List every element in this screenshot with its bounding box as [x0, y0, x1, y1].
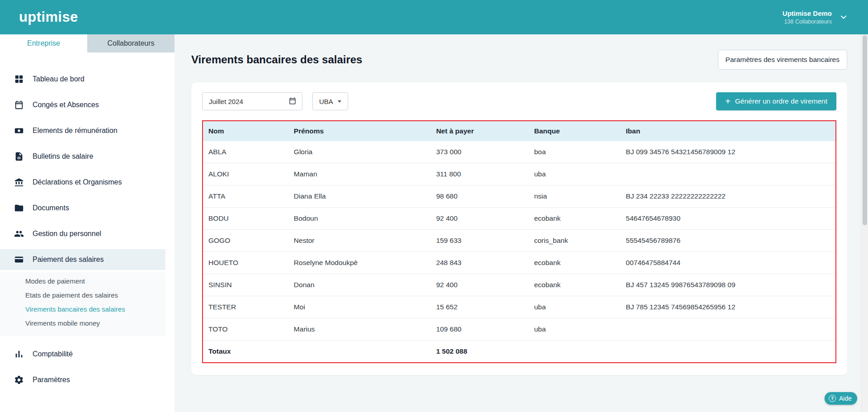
table-cell-banque: nsia: [528, 185, 620, 208]
account-menu[interactable]: Uptimise Demo 138 Collaborateurs: [783, 9, 848, 25]
table-cell-iban: BJ 234 22233 22222222222222: [620, 185, 835, 208]
topbar: uptimise Uptimise Demo 138 Collaborateur…: [0, 0, 868, 34]
question-circle-icon: ?: [829, 395, 836, 402]
folder-icon: [14, 203, 24, 213]
sidebar-item-label: Paramètres: [33, 376, 70, 384]
table-cell-banque: uba: [528, 296, 620, 318]
sidebar-item-comptabilite[interactable]: Comptabilité: [0, 344, 165, 365]
table-cell-net: 92 400: [431, 274, 529, 296]
payment-card-icon: [14, 254, 24, 265]
table-row: ABLAGloria373 000boaBJ 099 34576 5432145…: [203, 141, 835, 163]
app-body: Entreprise Collaborateurs Tableau de bor…: [0, 34, 868, 412]
table-cell-iban: [620, 318, 835, 341]
account-subtitle: 138 Collaborateurs: [783, 19, 832, 25]
sidebar-item-declarations-et-organismes[interactable]: Déclarations et Organismes: [0, 172, 165, 193]
table-cell-prenoms: Donan: [288, 274, 431, 296]
table-cell-iban: [620, 163, 835, 185]
chevron-down-icon: [839, 13, 848, 22]
table-row: SINSINDonan92 400ecobankBJ 457 13245 998…: [203, 274, 835, 296]
help-button[interactable]: ? Aide: [825, 392, 857, 405]
table-cell-nom: TOTO: [203, 318, 288, 341]
sidebar-subitem-virements-mobile-money[interactable]: Virements mobile money: [0, 316, 165, 330]
totals-label: Totaux: [203, 341, 288, 363]
table-row: BODUBodoun92 400ecobank54647654678930: [203, 208, 835, 230]
sidebar-nav: Tableau de bord Congés et Absences Eleme…: [0, 52, 175, 390]
table-cell-banque: boa: [528, 141, 620, 163]
sidebar-subitem-modes-de-paiement[interactable]: Modes de paiement: [0, 274, 165, 288]
table-cell-prenoms: Bodoun: [288, 208, 431, 230]
sidebar-item-label: Congés et Absences: [33, 101, 99, 109]
generate-transfer-order-button[interactable]: + Générer un ordre de virement: [716, 92, 836, 110]
table-cell-net: 248 843: [431, 252, 529, 274]
people-icon: [14, 228, 24, 239]
table-cell-net: 311 800: [431, 163, 529, 185]
sidebar-item-label: Elements de rémunération: [33, 127, 118, 135]
sidebar-item-paiement-des-salaires[interactable]: Paiement des salaires: [0, 249, 165, 270]
sidebar-item-bulletins-de-salaire[interactable]: Bulletins de salaire: [0, 146, 165, 167]
table-body: ABLAGloria373 000boaBJ 099 34576 5432145…: [203, 141, 835, 341]
table-cell-iban: 55545456789876: [620, 230, 835, 252]
table-cell-iban: BJ 785 12345 74569854265956 12: [620, 296, 835, 318]
table-cell-banque: ecobank: [528, 252, 620, 274]
table-cell-nom: SINSIN: [203, 274, 288, 296]
table-cell-net: 98 680: [431, 185, 529, 208]
calendar-icon: [14, 99, 24, 110]
table-cell-banque: uba: [528, 163, 620, 185]
sidebar-item-label: Gestion du personnel: [33, 230, 101, 238]
tab-collaborateurs[interactable]: Collaborateurs: [87, 34, 175, 52]
sidebar-subitem-virements-bancaires[interactable]: Virements bancaires des salaires: [0, 302, 165, 316]
table-cell-nom: ALOKI: [203, 163, 288, 185]
table-cell-prenoms: Moi: [288, 296, 431, 318]
sidebar-item-label: Paiement des salaires: [33, 256, 104, 264]
page-title: Virements bancaires des salaires: [191, 53, 362, 66]
sidebar-item-parametres[interactable]: Paramètres: [0, 369, 165, 390]
table-cell-banque: ecobank: [528, 208, 620, 230]
table-cell-nom: GOGO: [203, 230, 288, 252]
table-cell-nom: ABLA: [203, 141, 288, 163]
calendar-picker-icon[interactable]: [288, 97, 297, 106]
transfers-table: Nom Prénoms Net à payer Banque Iban ABLA…: [203, 121, 835, 362]
table-cell-banque: ecobank: [528, 274, 620, 296]
sidebar-item-tableau-de-bord[interactable]: Tableau de bord: [0, 69, 165, 90]
table-cell-banque: uba: [528, 318, 620, 341]
table-row: GOGONestor159 633coris_bank5554545678987…: [203, 230, 835, 252]
table-row: ALOKIMaman311 800uba: [203, 163, 835, 185]
table-cell-net: 373 000: [431, 141, 529, 163]
table-cell-nom: HOUETO: [203, 252, 288, 274]
table-cell-prenoms: Gloria: [288, 141, 431, 163]
remuneration-banknote-icon: [14, 125, 24, 136]
table-cell-net: 159 633: [431, 230, 529, 252]
month-filter-value: Juillet 2024: [209, 98, 243, 105]
sidebar-item-conges-et-absences[interactable]: Congés et Absences: [0, 95, 165, 115]
column-header-prenoms: Prénoms: [288, 121, 431, 141]
table-cell-net: 109 680: [431, 318, 529, 341]
generate-transfer-order-label: Générer un ordre de virement: [735, 97, 827, 105]
totals-empty-cell: [620, 341, 835, 363]
table-cell-prenoms: Maman: [288, 163, 431, 185]
scrollbar-thumb[interactable]: [863, 35, 867, 225]
main-content: Virements bancaires des salaires Paramèt…: [175, 34, 861, 412]
totals-value: 1 502 088: [431, 341, 529, 363]
sidebar-item-gestion-du-personnel[interactable]: Gestion du personnel: [0, 223, 165, 244]
bank-filter-select[interactable]: UBA: [312, 92, 348, 110]
caret-down-icon: [338, 100, 341, 103]
table-row: HOUETORoselyne Modoukpè248 843ecobank007…: [203, 252, 835, 274]
sidebar-item-label: Déclarations et Organismes: [33, 178, 122, 186]
column-header-nom: Nom: [203, 121, 288, 141]
account-name: Uptimise Demo: [783, 9, 832, 17]
sidebar-item-documents[interactable]: Documents: [0, 198, 165, 218]
tab-entreprise[interactable]: Entreprise: [0, 34, 87, 52]
transfer-settings-button[interactable]: Paramètres des virements bancaires: [718, 50, 847, 70]
sidebar-subitem-etats-de-paiement[interactable]: Etats de paiement des salaires: [0, 288, 165, 302]
totals-row: Totaux 1 502 088: [203, 341, 835, 363]
filters-row: Juillet 2024 UBA + Générer un ordre de v…: [202, 92, 836, 110]
sidebar-item-label: Bulletins de salaire: [33, 152, 93, 161]
sidebar-item-elements-de-remuneration[interactable]: Elements de rémunération: [0, 120, 165, 141]
table-cell-prenoms: Diana Ella: [288, 185, 431, 208]
table-highlight-border: Nom Prénoms Net à payer Banque Iban ABLA…: [202, 120, 836, 363]
table-row: ATTADiana Ella98 680nsiaBJ 234 22233 222…: [203, 185, 835, 208]
month-filter-input[interactable]: Juillet 2024: [202, 92, 302, 110]
table-cell-nom: ATTA: [203, 185, 288, 208]
table-cell-net: 15 652: [431, 296, 529, 318]
table-cell-net: 92 400: [431, 208, 529, 230]
